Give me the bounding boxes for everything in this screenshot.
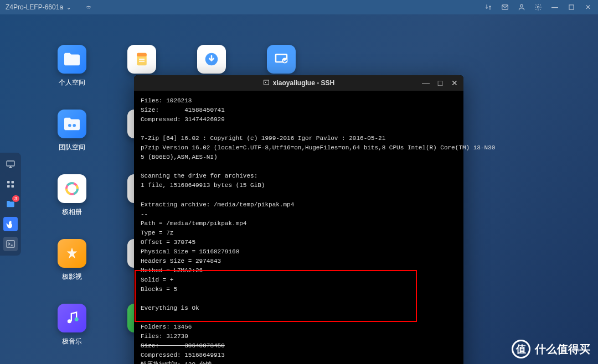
gear-icon[interactable] — [534, 3, 543, 12]
icon-label: 团队空间 — [59, 143, 85, 152]
screen-icon — [267, 45, 296, 74]
svg-rect-29 — [264, 80, 269, 85]
mail-icon[interactable] — [501, 3, 509, 12]
dock-badge: 3 — [12, 195, 19, 202]
svg-rect-9 — [7, 241, 14, 247]
photo-icon — [58, 174, 86, 203]
svg-rect-6 — [12, 181, 14, 184]
svg-point-1 — [520, 4, 523, 7]
terminal-window: xiaoyaliuglue - SSH — □ ✕ Files: 1026213… — [134, 75, 463, 364]
transfer-icon[interactable] — [484, 3, 493, 12]
minimize-icon[interactable]: — — [550, 3, 559, 12]
desktop-icon-download[interactable] — [193, 45, 230, 78]
terminal-title: xiaoyaliuglue - SSH — [273, 79, 334, 87]
dock-apps[interactable] — [3, 177, 18, 191]
icon-label: 极相册 — [62, 207, 82, 217]
dock-folder[interactable]: 3 — [3, 197, 18, 211]
icon-label: 极音乐 — [62, 337, 82, 346]
download-icon — [197, 45, 226, 74]
desktop-icon-video[interactable]: 极影视 — [54, 239, 90, 282]
icon-label: 极影视 — [62, 272, 82, 282]
desktop-icon-music[interactable]: 极音乐 — [54, 304, 90, 346]
icon-label: 个人空间 — [59, 78, 85, 87]
chevron-down-icon: ⌄ — [66, 4, 71, 11]
svg-point-16 — [75, 318, 79, 321]
desktop-icon-team-space[interactable]: 团队空间 — [54, 110, 90, 152]
video-icon — [58, 239, 86, 268]
desktop-icon-personal-space[interactable]: 个人空间 — [54, 45, 90, 87]
close-icon[interactable]: ✕ — [584, 3, 592, 12]
terminal-compressed-line: Compressed: 15168649913 — [141, 352, 225, 358]
svg-rect-4 — [7, 161, 14, 166]
topbar: Z4Pro-LEFP-6601a ⌄ — ✕ — [0, 0, 598, 14]
svg-rect-8 — [12, 185, 14, 188]
desktop-icon-screen[interactable] — [263, 45, 300, 78]
topbar-title[interactable]: Z4Pro-LEFP-6601a ⌄ — [6, 3, 93, 12]
terminal-output: Files: 1026213 Size: 41588450741 Compres… — [141, 97, 495, 340]
folder-team-icon — [58, 110, 86, 138]
svg-rect-3 — [569, 5, 574, 9]
music-icon — [58, 304, 86, 332]
note-icon — [127, 45, 156, 74]
terminal-time-line: 解压执行时间: 120 分钟 — [141, 361, 212, 364]
dock-hand[interactable] — [3, 217, 18, 231]
desktop: 3 个人空间 团队空间 极相册 极影视 极音乐 记事 — [0, 14, 598, 364]
svg-point-2 — [537, 6, 539, 8]
watermark: 值 什么值得买 — [512, 340, 590, 358]
maximize-icon[interactable] — [567, 3, 576, 12]
wifi-icon — [84, 3, 93, 12]
svg-point-10 — [68, 124, 71, 127]
svg-point-11 — [73, 124, 76, 127]
dock-monitor[interactable] — [3, 157, 18, 171]
terminal-body[interactable]: Files: 1026213 Size: 41588450741 Compres… — [134, 91, 463, 364]
terminal-maximize-button[interactable]: □ — [436, 79, 445, 87]
terminal-close-button[interactable]: ✕ — [450, 79, 459, 87]
svg-rect-7 — [7, 185, 10, 188]
terminal-minimize-button[interactable]: — — [421, 79, 430, 87]
svg-rect-5 — [7, 181, 10, 184]
host-name: Z4Pro-LEFP-6601a — [6, 3, 63, 11]
terminal-icon — [263, 79, 270, 87]
dock-terminal[interactable] — [3, 237, 18, 251]
user-icon[interactable] — [517, 3, 526, 12]
terminal-titlebar[interactable]: xiaoyaliuglue - SSH — □ ✕ — [134, 75, 463, 91]
watermark-badge: 值 — [512, 340, 530, 358]
sidebar-dock: 3 — [0, 153, 21, 256]
folder-icon — [58, 45, 86, 74]
svg-rect-18 — [137, 53, 147, 56]
desktop-icon-photo[interactable]: 极相册 — [54, 174, 90, 217]
terminal-struck-line: Size: 30640073450 — [141, 342, 225, 349]
watermark-text: 什么值得买 — [535, 342, 590, 357]
